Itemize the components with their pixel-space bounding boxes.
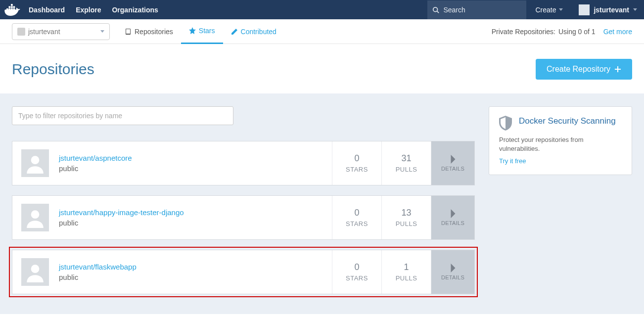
nav-organizations[interactable]: Organizations [112,6,158,14]
nav-links: Dashboard Explore Organizations [25,6,158,14]
tab-stars-label: Stars [199,27,215,35]
svg-rect-6 [13,6,15,8]
details-button[interactable]: DETAILS [431,196,474,239]
nav-dashboard[interactable]: Dashboard [29,6,65,14]
create-label: Create [535,6,556,14]
stars-label: STARS [346,220,368,227]
stars-count: 0 [354,208,359,218]
stars-count: 0 [354,153,359,164]
security-card-title: Docker Security Scanning [519,116,616,127]
svg-point-14 [31,265,40,273]
plus-icon [614,66,621,73]
avatar-icon [21,149,49,177]
stars-label: STARS [346,166,368,173]
repo-main: jsturtevant/happy-image-tester-djangopub… [12,196,332,239]
docker-logo-icon[interactable] [0,0,25,19]
filter-input[interactable] [12,106,233,125]
details-label: DETAILS [441,220,464,226]
create-repository-label: Create Repository [547,65,610,74]
private-repos-label: Private Repositories: [492,28,555,36]
svg-point-8 [433,7,438,11]
details-label: DETAILS [441,166,464,172]
shield-icon [499,116,512,131]
stars-cell: 0STARS [332,141,381,185]
repo-visibility: public [59,273,137,281]
svg-point-12 [31,156,40,164]
svg-rect-5 [11,6,13,8]
chevron-right-icon [450,264,457,272]
right-column: Docker Security Scanning Protect your re… [489,106,632,175]
pulls-cell: 31PULLS [381,141,431,185]
username-label: jsturtevant [594,6,629,14]
stars-label: STARS [346,274,368,282]
caret-down-icon [633,8,637,11]
private-repos-info: Private Repositories: Using 0 of 1 Get m… [492,28,632,36]
repo-card: jsturtevant/flaskwebapppublic0STARS1PULL… [12,250,475,294]
pulls-count: 13 [401,208,411,218]
page-title: Repositories [12,61,94,78]
main-area: jsturtevant/aspnetcorepublic0STARS31PULL… [0,93,644,314]
tabs: Repositories Stars Contributed [117,19,284,44]
pulls-label: PULLS [396,166,417,173]
title-row: Repositories Create Repository [0,44,644,93]
avatar-icon [21,204,49,231]
details-label: DETAILS [441,274,464,280]
svg-rect-7 [11,4,13,6]
pulls-cell: 13PULLS [381,196,431,239]
repo-name-link[interactable]: jsturtevant/flaskwebapp [59,263,137,271]
tab-stars[interactable]: Stars [181,19,223,44]
stars-cell: 0STARS [332,196,381,239]
tab-repositories[interactable]: Repositories [117,19,181,44]
edit-icon [231,28,238,35]
repo-name-link[interactable]: jsturtevant/happy-image-tester-django [59,208,184,217]
caret-down-icon [100,30,104,33]
repo-visibility: public [59,219,184,227]
pulls-count: 1 [404,262,409,272]
pulls-label: PULLS [396,274,417,282]
search-box[interactable] [427,0,526,19]
avatar-icon [579,4,590,15]
tab-repositories-label: Repositories [135,28,173,36]
repo-name-link[interactable]: jsturtevant/aspnetcore [59,154,132,162]
security-scanning-card: Docker Security Scanning Protect your re… [489,106,632,175]
chevron-right-icon [450,155,457,164]
book-icon [125,28,132,35]
security-card-body: Protect your repositories from vulnerabi… [499,135,622,153]
tab-contributed-label: Contributed [241,28,276,36]
search-input[interactable] [443,6,512,14]
left-column: jsturtevant/aspnetcorepublic0STARS31PULL… [12,106,475,294]
user-menu[interactable]: jsturtevant [572,0,644,19]
owner-select[interactable]: jsturtevant [12,23,110,40]
create-repository-button[interactable]: Create Repository [536,59,632,80]
top-nav: Dashboard Explore Organizations Create j… [0,0,644,19]
private-repos-usage: Using 0 of 1 [558,28,596,36]
create-dropdown[interactable]: Create [526,0,572,19]
stars-count: 0 [354,262,359,272]
pulls-label: PULLS [396,220,417,227]
repo-list: jsturtevant/aspnetcorepublic0STARS31PULL… [12,141,475,294]
nav-explore[interactable]: Explore [76,6,101,14]
svg-rect-4 [9,6,11,8]
repo-visibility: public [59,164,132,173]
chevron-right-icon [450,209,457,218]
avatar-icon [21,258,49,286]
try-it-free-link[interactable]: Try it free [499,157,526,165]
repo-main: jsturtevant/flaskwebapppublic [12,250,332,294]
repo-card: jsturtevant/aspnetcorepublic0STARS31PULL… [12,141,475,185]
stars-cell: 0STARS [332,250,381,294]
get-more-link[interactable]: Get more [603,28,632,36]
repo-main: jsturtevant/aspnetcorepublic [12,141,332,185]
search-icon [432,6,439,13]
details-button[interactable]: DETAILS [431,250,474,294]
pulls-cell: 1PULLS [381,250,431,294]
owner-name: jsturtevant [28,28,60,36]
svg-rect-11 [615,69,621,70]
caret-down-icon [559,8,563,11]
sub-bar: jsturtevant Repositories Stars Contribut… [0,19,644,44]
pulls-count: 31 [401,153,411,164]
tab-contributed[interactable]: Contributed [223,19,284,44]
star-icon [189,27,196,34]
svg-point-13 [31,210,40,219]
svg-line-9 [437,11,439,13]
details-button[interactable]: DETAILS [431,141,474,185]
